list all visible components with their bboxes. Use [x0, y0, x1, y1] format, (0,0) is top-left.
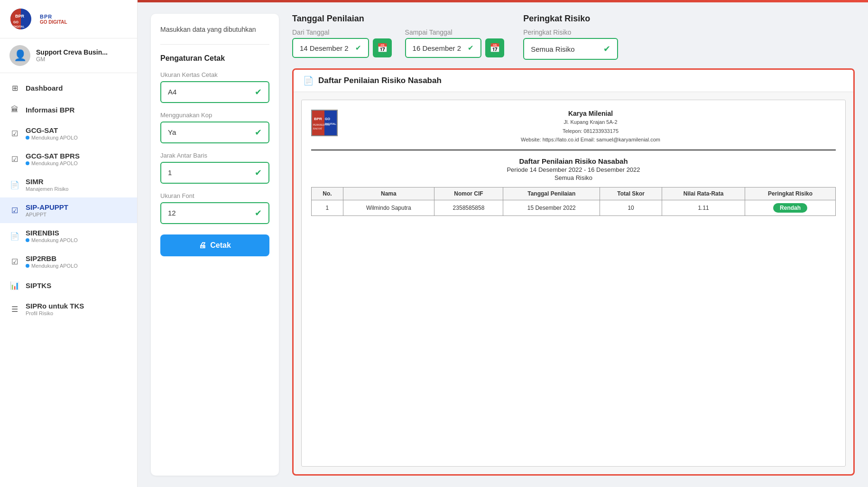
sidebar-item-label: Dashboard — [26, 84, 63, 92]
line-spacing-group: Jarak Antar Baris 1 ✔ — [160, 152, 269, 184]
sidebar-item-label: Informasi BPR — [26, 106, 74, 114]
sampai-tanggal-value: 16 Desember 2 — [413, 44, 462, 52]
sidebar-item-label: SIP2RBB — [26, 254, 78, 262]
sidebar-item-sub: Profil Risiko — [26, 310, 84, 316]
doc-period: Periode 14 Desember 2022 - 16 Desember 2… — [311, 166, 836, 173]
sidebar-item-sub: Mendukung APOLO — [26, 160, 80, 166]
sidebar-item-sub: Mendukung APOLO — [26, 135, 78, 140]
doc-header: BPR GO DIGITAL PERKREDITAN RAKYAT Karya … — [311, 110, 836, 150]
document-icon: 📄 — [303, 75, 314, 86]
cell-tanggal: 15 Desember 2022 — [503, 200, 600, 215]
tanggal-penilaian-title: Tanggal Penilaian — [292, 14, 504, 24]
sidebar-item-gcg-sat[interactable]: ☑ GCG-SAT Mendukung APOLO — [0, 121, 137, 146]
doc-risk: Semua Risiko — [311, 174, 836, 181]
doc-company-info: Karya Milenial Jl. Kupang Krajan 5A-2 Te… — [345, 110, 836, 144]
kop-select[interactable]: Ya ✔ — [160, 122, 269, 143]
col-no: No. — [312, 187, 343, 200]
svg-text:RAKYAT: RAKYAT — [313, 127, 322, 130]
col-cif: Nomor CIF — [434, 187, 503, 200]
cetak-button[interactable]: 🖨 Cetak — [160, 234, 269, 256]
sidebar-item-dashboard[interactable]: ⊞ Dashboard — [0, 77, 137, 99]
svg-text:BPR: BPR — [15, 14, 25, 19]
sidebar-item-sirenbis[interactable]: 📄 SIRENBIS Mendukung APOLO — [0, 223, 137, 249]
preview-header-title: Daftar Penilaian Risiko Nasabah — [318, 76, 442, 85]
risk-badge: Rendah — [773, 203, 807, 213]
user-profile: 👤 Support Creva Busin... GM — [0, 38, 137, 73]
font-size-group: Ukuran Font 12 ✔ — [160, 192, 269, 224]
preview-header: 📄 Daftar Penilaian Risiko Nasabah — [294, 70, 853, 92]
check-icon: ✔ — [468, 44, 474, 52]
svg-text:PERKREDITAN: PERKREDITAN — [313, 123, 330, 126]
sidebar-item-siptks[interactable]: 📊 SIPTKS — [0, 274, 137, 296]
sidebar-nav: ⊞ Dashboard 🏛 Informasi BPR ☑ GCG-SAT Me… — [0, 73, 137, 487]
sidebar-item-label: SIPTKS — [26, 281, 51, 290]
sidebar-item-informasi-bpr[interactable]: 🏛 Informasi BPR — [0, 99, 137, 121]
kop-group: Menggunakan Kop Ya ✔ — [160, 112, 269, 143]
sidebar-item-sipro-tks[interactable]: ☰ SIPRo untuk TKS Profil Risiko — [0, 296, 137, 322]
calendar-icon: 📅 — [489, 43, 500, 53]
peringkat-risiko-title: Peringkat Risiko — [523, 14, 618, 24]
section-title: Pengaturan Cetak — [160, 54, 269, 63]
sidebar-item-sip2rbb[interactable]: ☑ SIP2RBB Mendukung APOLO — [0, 249, 137, 274]
sampai-tanggal-calendar-button[interactable]: 📅 — [485, 38, 504, 57]
risk-table: No. Nama Nomor CIF Tanggal Penilaian Tot… — [311, 187, 836, 216]
line-spacing-label: Jarak Antar Baris — [160, 152, 269, 159]
doc-icon: 📄 — [9, 179, 20, 190]
check-icon: ☑ — [9, 128, 20, 139]
svg-text:DIGITAL: DIGITAL — [13, 25, 25, 28]
kop-label: Menggunakan Kop — [160, 112, 269, 119]
col-skor: Total Skor — [600, 187, 662, 200]
check-icon: ✔ — [355, 44, 361, 52]
col-rata: Nilai Rata-Rata — [662, 187, 745, 200]
check-icon: ✔ — [255, 168, 262, 178]
dari-tanggal-input[interactable]: 14 Desember 2 ✔ — [292, 38, 369, 58]
preview-box: 📄 Daftar Penilaian Risiko Nasabah BPR GO — [292, 68, 855, 476]
dari-tanggal-calendar-button[interactable]: 📅 — [373, 38, 392, 57]
svg-text:GO: GO — [13, 20, 18, 24]
chart-icon: 📊 — [9, 280, 20, 290]
cell-skor: 10 — [600, 200, 662, 215]
cetak-label: Cetak — [210, 241, 231, 250]
sidebar-item-gcg-sat-bprs[interactable]: ☑ GCG-SAT BPRS Mendukung APOLO — [0, 146, 137, 172]
peringkat-risiko-value: Semua Risiko — [531, 45, 575, 53]
sidebar-item-sip-apuppt[interactable]: ☑ SIP-APUPPT APUPPT — [0, 197, 137, 223]
svg-rect-5 — [312, 111, 324, 135]
list-icon: ☰ — [9, 304, 20, 314]
svg-text:BPR: BPR — [314, 117, 322, 121]
sidebar-item-simr[interactable]: 📄 SIMR Manajemen Risiko — [0, 172, 137, 197]
doc-logo: BPR GO DIGITAL PERKREDITAN RAKYAT — [311, 110, 338, 136]
sidebar-item-label: GCG-SAT — [26, 126, 78, 134]
paper-size-label: Ukuran Kertas Cetak — [160, 71, 269, 78]
check-icon: ☑ — [9, 205, 20, 215]
doc-title: Daftar Penilaian Risiko Nasabah — [311, 157, 836, 165]
divider — [160, 44, 269, 45]
col-nama: Nama — [343, 187, 434, 200]
paper-size-select[interactable]: A4 ✔ — [160, 81, 269, 103]
panel-instruction: Masukkan data yang dibutuhkan — [160, 25, 269, 35]
font-size-input[interactable]: 12 ✔ — [160, 202, 269, 224]
doc-title-section: Daftar Penilaian Risiko Nasabah Periode … — [311, 157, 836, 181]
sidebar: BPR GO DIGITAL BPR GO DIGITAL 👤 Support … — [0, 0, 138, 487]
calendar-icon: 📅 — [377, 43, 388, 53]
doc-icon: 📄 — [9, 231, 20, 241]
sampai-tanggal-label: Sampai Tanggal — [405, 28, 505, 36]
paper-size-group: Ukuran Kertas Cetak A4 ✔ — [160, 71, 269, 103]
cell-nama: Wilmindo Saputra — [343, 200, 434, 215]
cell-no: 1 — [312, 200, 343, 215]
cell-rata: 1.11 — [662, 200, 745, 215]
line-spacing-input[interactable]: 1 ✔ — [160, 162, 269, 184]
avatar: 👤 — [9, 45, 30, 66]
svg-text:GO: GO — [325, 117, 330, 121]
check-icon: ✔ — [255, 127, 262, 138]
check-icon: ✔ — [603, 44, 610, 54]
sidebar-item-label: SIMR — [26, 178, 68, 186]
peringkat-risiko-select[interactable]: Semua Risiko ✔ — [523, 38, 618, 60]
tanggal-penilaian-group: Tanggal Penilaian Dari Tanggal 14 Desemb… — [292, 14, 504, 60]
sidebar-item-label: SIP-APUPPT — [26, 203, 68, 211]
sampai-tanggal-input[interactable]: 16 Desember 2 ✔ — [405, 38, 482, 58]
table-row: 1 Wilmindo Saputra 2358585858 15 Desembe… — [312, 200, 836, 215]
line-spacing-value: 1 — [168, 169, 172, 177]
sidebar-item-label: SIPRo untuk TKS — [26, 302, 84, 310]
logo-icon: BPR GO DIGITAL — [9, 8, 38, 30]
check-icon: ✔ — [255, 208, 262, 218]
